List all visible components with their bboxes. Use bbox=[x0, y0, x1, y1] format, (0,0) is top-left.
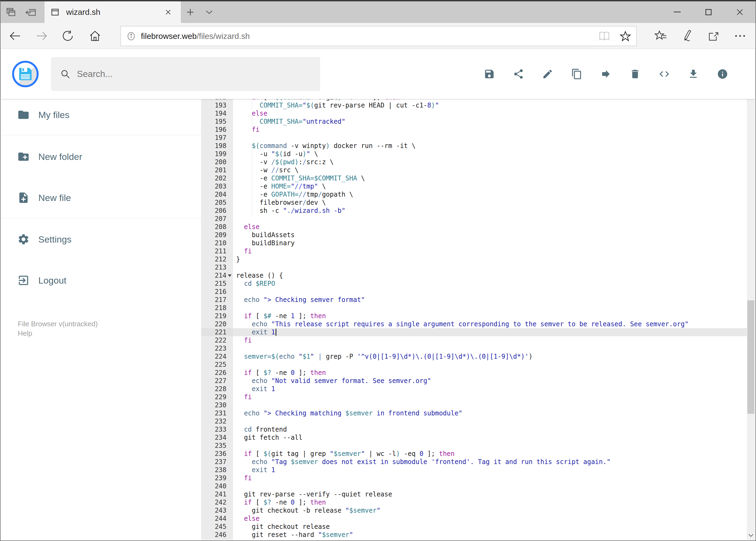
raw-code-button[interactable] bbox=[650, 58, 679, 90]
back-button[interactable] bbox=[5, 23, 25, 49]
code-line[interactable]: 203 -e HOME="//tmp" \ bbox=[201, 182, 747, 191]
code-line[interactable]: 211 fi bbox=[201, 247, 747, 255]
edit-button[interactable] bbox=[533, 58, 562, 90]
code-line[interactable]: 239 fi bbox=[201, 474, 747, 482]
add-favorite-button[interactable] bbox=[619, 29, 632, 43]
code-line[interactable]: 243 git checkout -b release "$semver" bbox=[201, 506, 747, 515]
tab-list-dropdown-button[interactable] bbox=[200, 1, 219, 23]
code-line[interactable]: 225 bbox=[201, 360, 747, 369]
code-line[interactable]: 212} bbox=[201, 255, 747, 264]
tab-preview-button[interactable] bbox=[1, 1, 21, 23]
code-line[interactable]: 233 cd frontend bbox=[201, 425, 747, 433]
code-line[interactable]: 232 bbox=[201, 417, 747, 425]
code-line[interactable]: 231 echo "> Checking matching $semver in… bbox=[201, 409, 747, 417]
code-line[interactable]: 223 bbox=[201, 344, 747, 352]
code-line[interactable]: 198 $(command -v winpty) docker run --rm… bbox=[201, 142, 747, 150]
save-button[interactable] bbox=[475, 58, 504, 90]
close-window-button[interactable] bbox=[724, 1, 755, 23]
scrollbar-thumb[interactable] bbox=[747, 300, 754, 414]
code-line[interactable]: 214release () { bbox=[201, 271, 747, 279]
code-line[interactable]: 194 else bbox=[201, 109, 747, 118]
page-info-button[interactable] bbox=[126, 31, 136, 42]
code-line[interactable]: 241 git rev-parse --verify --quiet relea… bbox=[201, 490, 747, 498]
more-actions-button[interactable] bbox=[727, 23, 753, 49]
code-line[interactable]: 192 if [ "$(command -v git)" != "" ]; th… bbox=[201, 99, 747, 101]
page-scrollbar[interactable] bbox=[747, 49, 755, 540]
code-line[interactable]: 244 else bbox=[201, 515, 747, 523]
code-line[interactable]: 222 fi bbox=[201, 336, 747, 344]
code-line[interactable]: 237 echo "Tag $semver does not exist in … bbox=[201, 458, 747, 466]
home-button[interactable] bbox=[85, 23, 105, 49]
code-line[interactable]: 247 fi bbox=[201, 539, 747, 540]
hub-button[interactable] bbox=[647, 23, 674, 49]
sidebar-item-my-files[interactable]: My files bbox=[1, 103, 201, 127]
share-page-button[interactable] bbox=[700, 23, 727, 49]
code-line[interactable]: 213 bbox=[201, 264, 747, 271]
code-line[interactable]: 218 bbox=[201, 304, 747, 312]
reading-view-button[interactable] bbox=[597, 29, 611, 43]
code-line[interactable]: 197 bbox=[201, 134, 747, 142]
forward-button[interactable] bbox=[32, 23, 51, 49]
search-bar[interactable] bbox=[51, 57, 320, 91]
code-line[interactable]: 216 bbox=[201, 287, 747, 296]
code-line[interactable]: 240 bbox=[201, 482, 747, 490]
info-button[interactable] bbox=[708, 58, 737, 90]
code-line[interactable]: 205 filebrowser/dev \ bbox=[201, 199, 747, 207]
code-line[interactable]: 246 git reset --hard "$semver" bbox=[201, 531, 747, 539]
code-line[interactable]: 215 cd $REPO bbox=[201, 279, 747, 287]
address-bar[interactable]: filebrowser.web/files/wizard.sh bbox=[121, 26, 637, 46]
code-line[interactable]: 219 if [ $# -ne 1 ]; then bbox=[201, 312, 747, 320]
sidebar-item-new-folder[interactable]: New folder bbox=[1, 145, 201, 169]
code-line[interactable]: 200 -v /$(pwd):/src:z \ bbox=[201, 158, 747, 166]
sidebar-item-logout[interactable]: Logout bbox=[1, 268, 201, 292]
code-line[interactable]: 208 else bbox=[201, 223, 747, 231]
filebrowser-logo[interactable] bbox=[12, 61, 39, 87]
move-button[interactable] bbox=[591, 58, 621, 90]
code-line[interactable]: 217 echo "> Checking semver format" bbox=[201, 296, 747, 304]
help-link[interactable]: Help bbox=[18, 329, 32, 337]
code-line[interactable]: 220 echo "This release script requires a… bbox=[201, 320, 747, 328]
code-line[interactable]: 196 fi bbox=[201, 126, 747, 134]
code-line[interactable]: 227 echo "Not valid semver format. See s… bbox=[201, 377, 747, 385]
code-line[interactable]: 195 COMMIT_SHA="untracked" bbox=[201, 118, 747, 126]
code-line[interactable]: 226 if [ $? -ne 0 ]; then bbox=[201, 369, 747, 377]
code-line[interactable]: 234 git fetch --all bbox=[201, 433, 747, 442]
code-editor[interactable]: 192 if [ "$(command -v git)" != "" ]; th… bbox=[201, 99, 747, 540]
share-file-button[interactable] bbox=[504, 58, 533, 90]
code-line[interactable]: 204 -e GOPATH=//tmp/gopath \ bbox=[201, 191, 747, 199]
scroll-down-button[interactable] bbox=[747, 531, 755, 540]
download-button[interactable] bbox=[679, 58, 708, 90]
sidebar-item-settings[interactable]: Settings bbox=[1, 227, 201, 252]
code-line[interactable]: 238 exit 1 bbox=[201, 466, 747, 474]
code-line[interactable]: 235 bbox=[201, 442, 747, 450]
new-tab-button[interactable] bbox=[181, 1, 200, 23]
refresh-button[interactable] bbox=[58, 23, 78, 49]
code-line[interactable]: 201 -w //src \ bbox=[201, 166, 747, 174]
code-line[interactable]: 193 COMMIT_SHA="$(git rev-parse HEAD | c… bbox=[201, 101, 747, 109]
code-line[interactable]: 221 exit 1 bbox=[201, 328, 747, 336]
code-line[interactable]: 209 buildAssets bbox=[201, 231, 747, 239]
code-line[interactable]: 206 sh -c "./wizard.sh -b" bbox=[201, 207, 747, 215]
browser-tab-active[interactable]: wizard.sh bbox=[45, 1, 181, 23]
code-line[interactable]: 224 semver=$(echo "$1" | grep -P '^v(0|[… bbox=[201, 352, 747, 360]
sidebar-item-new-file[interactable]: New file bbox=[1, 186, 201, 210]
code-line[interactable]: 229 fi bbox=[201, 393, 747, 401]
code-line[interactable]: 228 exit 1 bbox=[201, 385, 747, 393]
annotate-button[interactable] bbox=[674, 23, 700, 49]
fold-marker[interactable] bbox=[226, 271, 233, 279]
code-line[interactable]: 210 buildBinary bbox=[201, 239, 747, 247]
minimize-button[interactable] bbox=[661, 1, 693, 23]
code-line[interactable]: 230 bbox=[201, 401, 747, 409]
delete-button[interactable] bbox=[621, 58, 650, 90]
code-line[interactable]: 207 bbox=[201, 215, 747, 223]
copy-button[interactable] bbox=[562, 58, 591, 90]
set-aside-tabs-button[interactable] bbox=[21, 1, 42, 23]
maximize-button[interactable] bbox=[693, 1, 724, 23]
code-line[interactable]: 242 if [ $? -ne 0 ]; then bbox=[201, 498, 747, 506]
code-line[interactable]: 245 git checkout release bbox=[201, 523, 747, 531]
tab-close-button[interactable] bbox=[162, 6, 174, 18]
code-line[interactable]: 202 -e COMMIT_SHA=$COMMIT_SHA \ bbox=[201, 174, 747, 182]
search-input[interactable] bbox=[77, 69, 311, 79]
code-line[interactable]: 199 -u "$(id -u)" \ bbox=[201, 150, 747, 158]
code-line[interactable]: 236 if [ $(git tag | grep "$semver" | wc… bbox=[201, 450, 747, 458]
